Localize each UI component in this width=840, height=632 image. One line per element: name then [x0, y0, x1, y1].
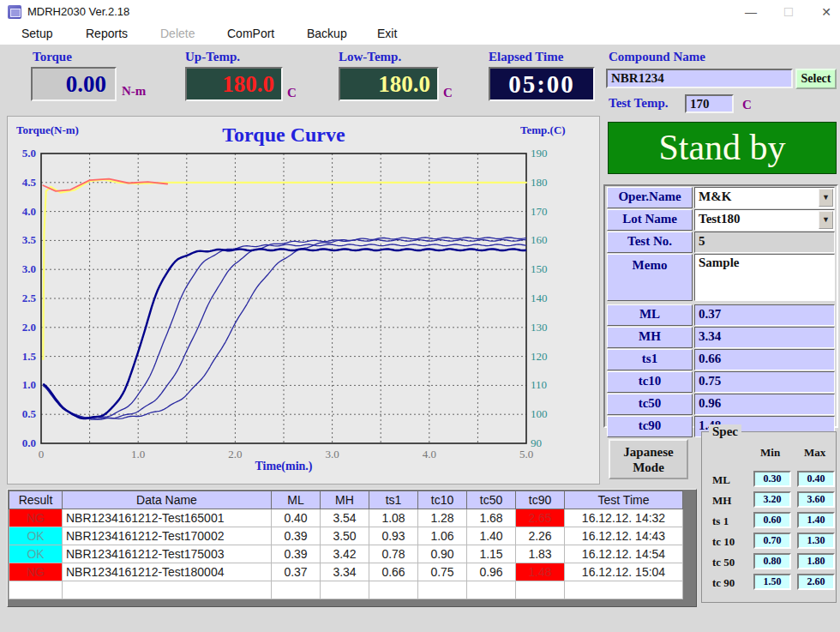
- ml-cell: 0.39: [272, 545, 321, 563]
- ts1-cell: 0.66: [369, 563, 418, 581]
- spec-max-input[interactable]: 1.30: [797, 533, 835, 549]
- table-row-empty: [9, 581, 683, 599]
- compound-name-label: Compound Name: [609, 50, 705, 64]
- menu-setup[interactable]: Setup: [21, 27, 53, 40]
- y-tick-right: 90: [531, 436, 542, 449]
- spec-max-input[interactable]: 0.40: [797, 471, 835, 487]
- elapsed-time-label: Elapsed Time: [489, 50, 563, 64]
- ts1-cell: 0.78: [369, 545, 418, 563]
- menu-delete[interactable]: Delete: [160, 27, 195, 40]
- y-tick-right: 150: [531, 262, 548, 275]
- y-tick-right: 180: [531, 176, 548, 189]
- column-header-result[interactable]: Result: [9, 491, 63, 509]
- column-header-tc10[interactable]: tc10: [418, 491, 467, 509]
- test-temp-input[interactable]: 170: [685, 94, 734, 113]
- spec-row-tc10: tc 100.701.30: [702, 533, 837, 552]
- memo-input[interactable]: Sample: [694, 254, 835, 301]
- spec-min-input[interactable]: 3.20: [753, 491, 791, 508]
- spec-max-input[interactable]: 3.60: [797, 491, 835, 508]
- result-tc10-label: tc10: [607, 371, 693, 393]
- spec-row-tc50: tc 500.801.80: [702, 553, 837, 573]
- column-header-tc50[interactable]: tc50: [467, 491, 516, 509]
- result-tc90-label: tc90: [607, 416, 693, 437]
- y-tick-right: 170: [531, 205, 548, 218]
- spec-min-input[interactable]: 0.70: [753, 533, 791, 549]
- result-ts1-label: ts1: [607, 349, 693, 370]
- spec-max-input[interactable]: 1.40: [797, 512, 835, 528]
- tc10-cell: 1.28: [418, 509, 467, 527]
- menu-reports[interactable]: Reports: [86, 27, 128, 40]
- spec-legend: Spec: [709, 424, 741, 439]
- y-tick-left: 1.5: [22, 350, 37, 363]
- table-row[interactable]: NGNBR1234161212-Test1650010.403.541.081.…: [9, 509, 683, 527]
- spec-row-label: ML: [712, 473, 730, 487]
- column-header-data-name[interactable]: Data Name: [63, 491, 272, 509]
- select-button[interactable]: Select: [795, 69, 837, 89]
- table-row[interactable]: OKNBR1234161212-Test1750030.393.420.780.…: [9, 545, 683, 563]
- data-name-cell: NBR1234161212-Test175003: [63, 545, 272, 563]
- spec-min-header: Min: [760, 446, 780, 460]
- oper-name-combobox[interactable]: M&K ▼: [694, 187, 835, 208]
- test-info-panel: Oper.Name M&K ▼ Lot Name Test180 ▼ Test …: [603, 184, 838, 428]
- close-button[interactable]: ✕: [807, 0, 840, 24]
- result-cell: NG: [9, 563, 63, 581]
- tc90-cell: 2.26: [516, 527, 565, 545]
- empty-cell: [516, 581, 565, 599]
- x-tick: 5.0: [519, 448, 533, 460]
- result-mh-value: 3.34: [694, 327, 835, 348]
- column-header-test-time[interactable]: Test Time: [565, 491, 683, 509]
- y-tick-right: 100: [531, 407, 548, 420]
- spec-row-label: tc 10: [712, 535, 735, 549]
- spec-max-input[interactable]: 2.60: [797, 574, 835, 590]
- status-display: Stand by: [608, 122, 837, 174]
- spec-groupbox: Spec Min Max ML0.300.40MH3.203.60ts 10.6…: [701, 431, 837, 603]
- spec-min-input[interactable]: 1.50: [753, 574, 791, 590]
- table-row[interactable]: OKNBR1234161212-Test1700020.393.500.931.…: [9, 527, 683, 545]
- empty-cell: [63, 581, 272, 599]
- maximize-button[interactable]: ☐: [770, 0, 807, 24]
- y-tick-right: 130: [531, 321, 548, 334]
- oper-name-label: Oper.Name: [607, 187, 693, 208]
- oper-name-dropdown-icon[interactable]: ▼: [819, 189, 833, 207]
- app-window: MDRH2030 Ver.2.18 — ☐ ✕ Setup Reports De…: [0, 0, 840, 632]
- column-header-ml[interactable]: ML: [272, 491, 321, 509]
- low-temp-unit: C: [443, 86, 453, 100]
- tc50-cell: 1.68: [467, 509, 516, 527]
- y-tick-left: 1.0: [22, 378, 36, 391]
- y-tick-left: 2.0: [22, 321, 36, 334]
- spec-min-input[interactable]: 0.80: [753, 553, 791, 569]
- spec-min-input[interactable]: 0.30: [753, 471, 791, 487]
- menu-comport[interactable]: ComPort: [227, 27, 274, 40]
- empty-cell: [9, 581, 63, 599]
- spec-max-input[interactable]: 1.80: [797, 553, 835, 569]
- history-table: ResultData NameMLMHts1tc10tc50tc90Test T…: [9, 491, 683, 599]
- y-tick-left: 5.0: [22, 147, 36, 160]
- lot-name-combobox[interactable]: Test180 ▼: [694, 209, 835, 231]
- compound-name-input[interactable]: NBR1234: [606, 69, 793, 88]
- table-row[interactable]: NGNBR1234161212-Test1800040.373.340.660.…: [9, 563, 683, 581]
- lot-name-dropdown-icon[interactable]: ▼: [819, 211, 833, 229]
- column-header-mh[interactable]: MH: [321, 491, 369, 509]
- lot-name-label: Lot Name: [607, 209, 693, 231]
- ts1-cell: 1.08: [369, 509, 418, 527]
- result-tc50-value: 0.96: [694, 394, 835, 415]
- result-cell: OK: [9, 527, 63, 545]
- mh-cell: 3.34: [321, 563, 369, 581]
- menu-exit[interactable]: Exit: [377, 27, 397, 40]
- minimize-button[interactable]: —: [732, 0, 770, 24]
- mh-cell: 3.50: [321, 527, 369, 545]
- torque-display: 0.00: [31, 67, 117, 101]
- column-header-tc90[interactable]: tc90: [516, 491, 565, 509]
- spec-min-input[interactable]: 0.60: [753, 512, 791, 528]
- data-name-cell: NBR1234161212-Test180004: [63, 563, 272, 581]
- column-header-ts1[interactable]: ts1: [369, 491, 418, 509]
- tc90-cell: 2.65: [516, 509, 565, 527]
- menu-backup[interactable]: Backup: [307, 27, 347, 40]
- low-temp-label: Low-Temp.: [339, 50, 401, 64]
- data-name-cell: NBR1234161212-Test165001: [63, 509, 272, 527]
- test-temp-unit: C: [742, 98, 752, 112]
- up-temp-label: Up-Temp.: [185, 50, 240, 64]
- japanese-mode-button[interactable]: Japanese Mode: [609, 439, 688, 479]
- y-tick-right: 160: [531, 233, 548, 246]
- ml-cell: 0.37: [272, 563, 321, 581]
